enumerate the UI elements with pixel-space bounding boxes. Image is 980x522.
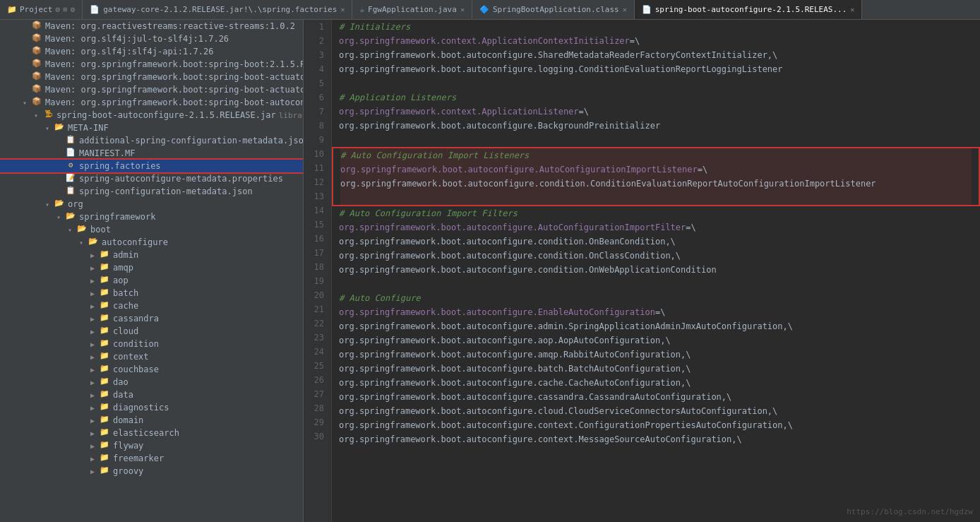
sidebar-item-context[interactable]: ▶ 📁 context	[0, 350, 303, 363]
line-number-30: 30	[304, 429, 327, 444]
tab-project[interactable]: 📁 Project ⚙ ≡ ⚙	[0, 0, 83, 19]
aop-label: aop	[113, 275, 303, 285]
condition-label: condition	[113, 339, 303, 349]
meta-inf-label: META-INF	[68, 123, 303, 133]
code-line-25: org.springframework.boot.autoconfigure.b…	[339, 362, 973, 376]
tool-icon[interactable]: ⚙	[71, 5, 76, 14]
arrow-condition: ▶	[90, 340, 99, 348]
springframework-icon: 📂	[65, 211, 76, 223]
springframework-label: springframework	[79, 212, 303, 222]
arrow-dao: ▶	[90, 379, 99, 386]
sidebar-item-cloud[interactable]: ▶ 📁 cloud	[0, 325, 303, 338]
code-line-17: org.springframework.boot.autoconfigure.c…	[339, 249, 973, 263]
spring-factories-label: spring.factories	[79, 161, 303, 171]
cloud-icon: 📁	[99, 326, 110, 337]
line-number-3: 3	[304, 48, 327, 62]
settings-icon[interactable]: ⚙	[55, 5, 60, 14]
sidebar-item-org[interactable]: ▾ 📂 org	[0, 198, 303, 210]
data-icon: 📁	[99, 389, 110, 401]
sidebar-item-maven2[interactable]: 📦 Maven: org.slf4j:jul-to-slf4j:1.7.26	[0, 32, 303, 45]
sidebar-item-cache[interactable]: ▶ 📁 cache	[0, 299, 303, 312]
sidebar-item-elasticsearch[interactable]: ▶ 📁 elasticsearch	[0, 427, 303, 439]
sidebar-item-couchbase[interactable]: ▶ 📁 couchbase	[0, 363, 303, 376]
sidebar-item-domain[interactable]: ▶ 📁 domain	[0, 414, 303, 427]
sidebar-item-batch[interactable]: ▶ 📁 batch	[0, 287, 303, 299]
code-line-27: org.springframework.boot.autoconfigure.c…	[339, 390, 973, 404]
arrow-elasticsearch: ▶	[90, 429, 99, 437]
sidebar-item-additional[interactable]: 📋 additional-spring-configuration-metada…	[0, 134, 303, 147]
tab-springboot[interactable]: 🔷 SpringBootApplication.class ✕	[472, 0, 635, 19]
sidebar-item-manifest[interactable]: 📄 MANIFEST.MF	[0, 147, 303, 160]
line-number-15: 15	[304, 218, 327, 232]
sidebar-item-aop[interactable]: ▶ 📁 aop	[0, 274, 303, 287]
arrow-diagnostics: ▶	[90, 404, 99, 412]
gear-icon[interactable]: ≡	[63, 5, 68, 14]
arrow-batch: ▶	[90, 290, 99, 297]
sidebar-item-dao[interactable]: ▶ 📁 dao	[0, 376, 303, 388]
tab-autoconfigure-label: spring-boot-autoconfigure-2.1.5.RELEAS..…	[655, 5, 847, 14]
sidebar-item-autoconfigure-pkg[interactable]: ▾ 📂 autoconfigure	[0, 236, 303, 249]
editor-pane[interactable]: 1234567891011121314151617181920212223242…	[304, 20, 980, 522]
line-number-2: 2	[304, 34, 327, 48]
arrow-cache: ▶	[90, 302, 99, 310]
tab-autoconfigure[interactable]: 📄 spring-boot-autoconfigure-2.1.5.RELEAS…	[635, 0, 863, 19]
sidebar-item-spring-factories[interactable]: ⚙ spring.factories	[0, 160, 303, 172]
boot-label: boot	[90, 225, 303, 235]
line-number-25: 25	[304, 359, 327, 373]
tab-gateway-close[interactable]: ✕	[340, 6, 345, 13]
arrow-maven7: ▾	[23, 99, 31, 107]
arrow-amqp: ▶	[90, 264, 99, 272]
tab-gateway[interactable]: 📄 gateway-core-2.1.2.RELEASE.jar!\.\spri…	[83, 0, 352, 19]
sidebar-item-groovy[interactable]: ▶ 📁 groovy	[0, 465, 303, 477]
sidebar-item-freemarker[interactable]: ▶ 📁 freemarker	[0, 452, 303, 465]
freemarker-icon: 📁	[99, 453, 110, 464]
flyway-icon: 📁	[99, 440, 110, 451]
tab-springboot-close[interactable]: ✕	[623, 6, 627, 13]
sidebar-item-springframework[interactable]: ▾ 📂 springframework	[0, 210, 303, 223]
sidebar-item-flyway[interactable]: ▶ 📁 flyway	[0, 439, 303, 452]
cassandra-label: cassandra	[113, 314, 303, 324]
sidebar-item-amqp[interactable]: ▶ 📁 amqp	[0, 261, 303, 274]
arrow-freemarker: ▶	[90, 455, 99, 463]
arrow-autoconfigure-pkg: ▾	[79, 239, 88, 247]
library-root-badge: library root	[279, 111, 304, 120]
line-number-10: 10	[304, 147, 327, 161]
code-line-30: org.springframework.boot.autoconfigure.c…	[339, 432, 973, 446]
sidebar-item-data[interactable]: ▶ 📁 data	[0, 388, 303, 401]
sidebar-item-diagnostics[interactable]: ▶ 📁 diagnostics	[0, 401, 303, 414]
code-line-28: org.springframework.boot.autoconfigure.c…	[339, 404, 973, 418]
arrow-flyway: ▶	[90, 442, 99, 450]
maven-icon-1: 📦	[31, 20, 42, 32]
sidebar-item-maven3[interactable]: 📦 Maven: org.slf4j:slf4j-api:1.7.26	[0, 45, 303, 58]
tab-autoconfigure-close[interactable]: ✕	[850, 6, 854, 13]
arrow-aop: ▶	[90, 277, 99, 285]
sidebar-item-spring-config-meta[interactable]: 📋 spring-configuration-metadata.json	[0, 185, 303, 198]
arrow-admin: ▶	[90, 251, 99, 259]
code-line-21: org.springframework.boot.autoconfigure.E…	[339, 305, 973, 319]
sidebar-item-autoconfigure-meta[interactable]: 📝 spring-autoconfigure-metadata.properti…	[0, 172, 303, 185]
sidebar-item-meta-inf[interactable]: ▾ 📂 META-INF	[0, 121, 303, 134]
sidebar-item-boot[interactable]: ▾ 📂 boot	[0, 223, 303, 236]
code-content[interactable]: # Initializersorg.springframework.contex…	[332, 20, 980, 522]
sidebar-item-cassandra[interactable]: ▶ 📁 cassandra	[0, 312, 303, 325]
code-line-14: # Auto Configuration Import Filters	[339, 206, 973, 220]
tab-fgw-close[interactable]: ✕	[460, 6, 465, 13]
sidebar-item-jar[interactable]: ▾ 🗜 spring-boot-autoconfigure-2.1.5.RELE…	[0, 109, 303, 121]
line-number-26: 26	[304, 373, 327, 387]
tab-fgw[interactable]: ☕ FgwApplication.java ✕	[352, 0, 472, 19]
sidebar-item-condition[interactable]: ▶ 📁 condition	[0, 338, 303, 350]
code-line-23: org.springframework.boot.autoconfigure.a…	[339, 333, 973, 348]
sidebar-item-maven5[interactable]: 📦 Maven: org.springframework.boot:spring…	[0, 71, 303, 83]
highlight-block: # Auto Configuration Import Listenersorg…	[332, 147, 980, 206]
sidebar-item-maven1[interactable]: 📦 Maven: org.reactivestreams:reactive-st…	[0, 20, 303, 32]
sidebar-item-maven6[interactable]: 📦 Maven: org.springframework.boot:spring…	[0, 83, 303, 96]
line-number-5: 5	[304, 76, 327, 90]
tab-fgw-label: FgwApplication.java	[368, 5, 457, 14]
meta-inf-icon: 📂	[54, 122, 65, 134]
sidebar-item-admin[interactable]: ▶ 📁 admin	[0, 249, 303, 261]
sidebar-item-maven4[interactable]: 📦 Maven: org.springframework.boot:spring…	[0, 58, 303, 71]
sidebar-item-maven7[interactable]: ▾ 📦 Maven: org.springframework.boot:spri…	[0, 96, 303, 109]
admin-label: admin	[113, 250, 303, 260]
dao-label: dao	[113, 377, 303, 387]
line-number-13: 13	[304, 189, 327, 203]
